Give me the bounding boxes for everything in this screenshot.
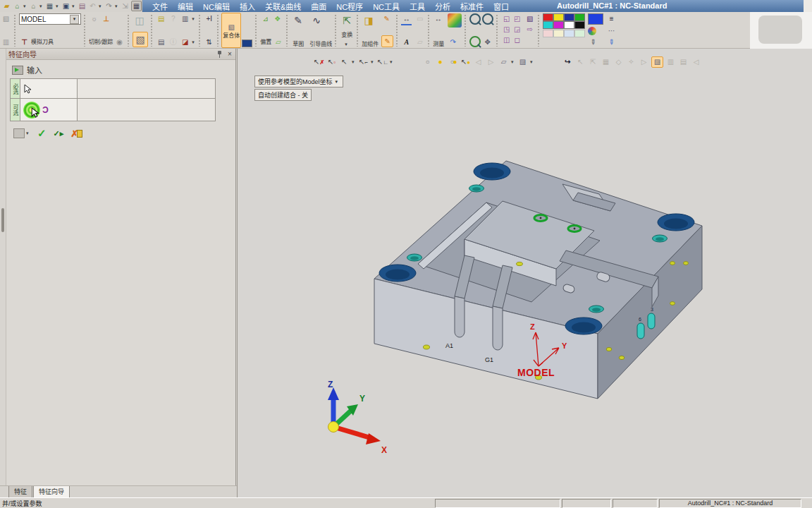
pin-icon[interactable] [216,51,223,58]
menu-insert[interactable]: 插入 [240,1,255,12]
close-icon[interactable]: × [226,50,233,58]
toolbar-drag-handle[interactable] [83,14,87,47]
toolbar-drag-handle[interactable] [254,14,258,47]
bulb-cursor-icon[interactable]: ◉ [114,37,125,47]
color-pale-yellow[interactable] [553,30,564,37]
list-panel-icon[interactable]: ▤ [156,13,166,24]
dropdown-caret[interactable]: ▾ [99,4,103,9]
open-folder-icon[interactable]: ▰ [2,1,11,11]
apply-button[interactable]: ✓▸ [54,129,64,138]
measure-icon[interactable]: ↔ [433,13,443,24]
iso-view-icon[interactable]: ▧ [524,13,535,24]
eyedropper-icon[interactable]: ✎ [586,35,601,49]
shaded-cube-icon[interactable]: ▧ [133,32,148,47]
tree-panel-icon[interactable]: ▤ [156,37,166,47]
color-magenta[interactable] [553,21,564,29]
view-front-icon[interactable]: ◱ [501,13,512,24]
pattern-icon[interactable]: C [42,105,49,115]
tab-features[interactable]: 特征 [8,486,32,498]
model-combobox[interactable]: MODEL ▾ [19,13,81,25]
menu-surface[interactable]: 曲面 [311,1,326,12]
stock-swatch-icon[interactable] [242,40,252,47]
ghost-faces-icon[interactable]: ◫ [133,13,147,28]
keyboard-icon[interactable]: ▦ [131,1,142,11]
dropdown-caret[interactable]: ▾ [192,16,196,22]
ruler-icon[interactable]: ▭ [414,13,425,24]
toolbar-drag-handle[interactable] [356,14,359,47]
sketch-icon[interactable]: ✎ [291,13,305,28]
toolbar-drag-handle[interactable] [127,14,130,47]
input-icon[interactable] [12,66,23,75]
view-top-icon[interactable]: ◰ [512,13,522,24]
toolbar-drag-handle[interactable] [334,14,338,47]
window-grid-icon[interactable]: ▦ [45,1,54,11]
import-model-icon[interactable]: ⌂ [13,1,22,11]
zoom-icon[interactable] [482,13,493,25]
view-bottom-icon[interactable]: ◻ [512,35,522,45]
pencil-icon[interactable]: ✎ [381,13,392,24]
sort-list-icon[interactable]: ⇅ [204,37,214,47]
menu-standard-parts[interactable]: 标准件 [460,1,484,12]
dropdown-caret[interactable]: ▾ [56,4,60,9]
dropdown-caret[interactable]: ▾ [39,4,44,9]
redo-icon[interactable]: ↷ [104,1,113,11]
dropdown-caret[interactable]: ▾ [345,42,349,47]
pan-hand-icon[interactable]: ✥ [482,37,493,47]
dropdown-caret[interactable]: ▾ [23,4,27,9]
toolbar-drag-handle[interactable] [496,14,499,47]
clamp-icon[interactable]: ⊥ [101,13,111,24]
options-icon[interactable] [13,128,25,138]
line-weight-icon[interactable]: ≡ [606,13,617,24]
color-green[interactable] [574,13,585,21]
lamp-wand-icon[interactable]: ☼ [89,13,99,24]
view-export-icon[interactable]: ⇨ [524,24,535,35]
pick-cell-drill-points[interactable]: C [20,99,78,121]
transform-axes-icon[interactable]: ⇱ [340,13,354,28]
color-blue-large[interactable] [588,13,603,25]
combobox-arrow-icon[interactable]: ▾ [70,15,79,24]
menu-file[interactable]: 文件 [152,1,168,12]
surface-analysis-icon[interactable] [448,13,462,28]
paintbrush-icon[interactable]: ✎ [604,35,619,49]
toolbar-drag-handle[interactable] [395,14,399,47]
menu-nc-program[interactable]: NC程序 [336,1,363,12]
export-model-icon[interactable]: ⌂ [29,1,38,11]
curvature-comb-icon[interactable]: ↷ [448,37,458,47]
pencil-active-icon[interactable]: ✎ [381,35,393,47]
dropdown-caret[interactable]: ▾ [72,4,76,9]
add-component-icon[interactable]: ◨ [362,13,376,28]
view-back-icon[interactable]: ◫ [501,35,512,45]
help-icon[interactable]: ? [168,13,178,24]
toolbar-drag-handle[interactable] [198,14,202,47]
zoom-box-icon[interactable] [469,13,481,25]
composite-button[interactable]: ▧ 复合体 [221,13,241,48]
tab-feature-guide[interactable]: 特征向导 [33,486,70,498]
dimension-icon[interactable]: ↔ [401,13,412,25]
color-mixer-icon[interactable] [588,27,596,35]
dropdown-caret[interactable]: ▾ [115,4,119,9]
clipped-icon[interactable]: ▧ [1,13,11,24]
color-yellow[interactable] [553,13,564,21]
note-icon[interactable]: ▱ [414,37,425,47]
view-left-icon[interactable]: ◳ [501,24,512,35]
color-pale-pink[interactable] [543,30,553,37]
dropdown-caret[interactable]: ▾ [26,131,30,136]
save-icon[interactable]: ▣ [61,1,70,11]
color-red[interactable] [543,13,553,21]
view-right-icon[interactable]: ◲ [512,24,522,35]
section-view-icon[interactable]: ◪ [180,37,190,47]
color-pale-green[interactable] [574,30,585,37]
sheet-icon[interactable]: ▱ [273,37,283,47]
toolbar-drag-handle[interactable] [464,14,467,47]
dropdown-caret[interactable]: ▾ [192,40,196,45]
text-annotation-icon[interactable]: A [401,37,412,47]
toolbar-drag-handle[interactable] [285,14,289,47]
toolbar-drag-handle[interactable] [427,14,431,47]
dock-panel-icon[interactable]: ▥ [180,13,190,24]
color-white[interactable] [564,21,574,29]
paste-icon[interactable]: ▤ [78,1,87,11]
undo-icon[interactable]: ↶ [88,1,97,11]
toolbar-drag-handle[interactable] [13,14,17,47]
info-icon[interactable]: ⓘ [168,37,178,47]
snapshot-icon[interactable]: ⇲ [121,1,130,11]
